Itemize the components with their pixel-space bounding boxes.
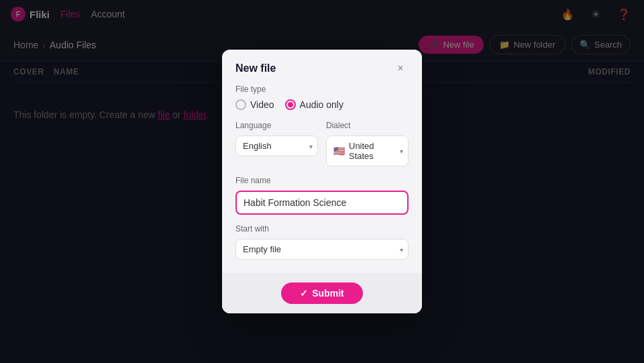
start-with-select-wrapper: Empty file ▾ bbox=[235, 239, 409, 260]
start-with-label: Start with bbox=[235, 224, 409, 234]
radio-video-option[interactable]: Video bbox=[235, 99, 274, 110]
modal-close-button[interactable]: × bbox=[392, 60, 409, 76]
dialect-select[interactable]: 🇺🇸 United States ▾ bbox=[326, 136, 409, 166]
radio-audio-option[interactable]: Audio only bbox=[285, 99, 343, 110]
radio-video-circle bbox=[235, 99, 246, 110]
file-type-radio-group: Video Audio only bbox=[235, 99, 409, 110]
language-label: Language bbox=[235, 121, 318, 130]
dialect-field-group: Dialect 🇺🇸 United States ▾ bbox=[326, 121, 409, 166]
language-select-wrapper: English ▾ bbox=[235, 136, 318, 156]
language-dialect-row: Language English ▾ Dialect 🇺🇸 United Sta… bbox=[235, 121, 409, 166]
dialect-flag: 🇺🇸 bbox=[333, 146, 345, 156]
dialect-value: United States bbox=[349, 141, 389, 161]
file-name-label: File name bbox=[235, 176, 409, 185]
modal-header: New file × bbox=[222, 50, 422, 85]
submit-button[interactable]: ✓ Submit bbox=[281, 282, 362, 304]
language-chevron-icon: ▾ bbox=[309, 142, 313, 150]
file-name-input[interactable] bbox=[235, 191, 409, 215]
submit-label: Submit bbox=[312, 288, 343, 299]
file-type-label: File type bbox=[235, 85, 409, 94]
radio-audio-circle bbox=[285, 99, 296, 110]
language-select[interactable]: English ▾ bbox=[235, 136, 318, 156]
submit-check-icon: ✓ bbox=[300, 288, 308, 299]
modal-title: New file bbox=[235, 62, 276, 74]
start-with-chevron-icon: ▾ bbox=[400, 246, 403, 253]
new-file-modal: New file × File type Video Audio only bbox=[222, 50, 422, 313]
radio-audio-label: Audio only bbox=[300, 99, 343, 110]
modal-overlay[interactable]: New file × File type Video Audio only bbox=[0, 0, 644, 363]
dialect-chevron-icon: ▾ bbox=[400, 148, 403, 155]
language-value: English bbox=[243, 141, 272, 151]
radio-video-label: Video bbox=[250, 99, 274, 110]
start-with-value: Empty file bbox=[243, 244, 281, 254]
dialect-select-wrapper: 🇺🇸 United States ▾ bbox=[326, 136, 409, 166]
start-with-select[interactable]: Empty file ▾ bbox=[235, 239, 409, 260]
modal-footer: ✓ Submit bbox=[222, 273, 422, 313]
modal-body: File type Video Audio only Language bbox=[222, 85, 422, 273]
dialect-label: Dialect bbox=[326, 121, 409, 130]
language-field-group: Language English ▾ bbox=[235, 121, 318, 166]
